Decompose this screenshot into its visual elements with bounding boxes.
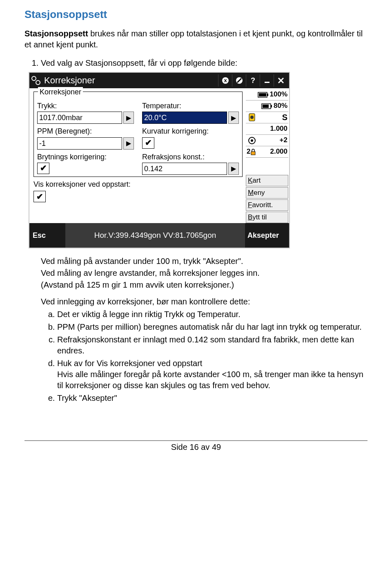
sub-e: Trykk "Aksepter" (57, 393, 368, 404)
temperatur-dropdown-icon[interactable]: ▶ (228, 112, 239, 124)
para-aksepter: Ved måling på avstander under 100 m, try… (41, 256, 368, 267)
bytt-button[interactable]: Bytt til (246, 212, 288, 223)
esc-button[interactable]: Esc (29, 223, 65, 248)
svg-point-18 (251, 139, 253, 142)
meny-button[interactable]: Meny (246, 187, 288, 199)
toolbar-close-icon[interactable] (274, 74, 287, 87)
svg-rect-6 (265, 82, 270, 83)
coords-readout: Hor.V:399.4349gon VV:81.7065gon (65, 223, 245, 248)
bytt-rest: ytt til (252, 213, 267, 221)
temperatur-input[interactable]: 20.0°C (142, 112, 227, 124)
prism-icon (247, 113, 257, 123)
side-panel: 100% 80% S 1.000 (245, 88, 289, 223)
footer-separator (24, 440, 368, 441)
toolbar-deny-icon[interactable] (232, 74, 246, 87)
para-avstand: (Avstand på 125 m gir 1 mm avvik uten ko… (41, 279, 368, 291)
temperatur-label: Temperatur: (142, 101, 239, 111)
battery-80-text: 80% (274, 101, 287, 111)
battery-100-row: 100% (246, 89, 288, 101)
vis-checkbox[interactable]: ✔ (33, 191, 46, 202)
two-row: 2 2.000 (246, 146, 288, 158)
fieldset-legend: Korreksjoner (38, 87, 83, 97)
two-value: 2.000 (270, 147, 287, 156)
toolbar-help-icon[interactable]: ? (246, 74, 260, 87)
kurvatur-label: Kurvatur korrigering: (142, 126, 239, 136)
plus2-row: +2 (246, 135, 288, 146)
lock-icon (250, 149, 256, 155)
sub-b: PPM (Parts per million) beregnes automat… (57, 322, 368, 333)
para-lengre: Ved måling av lengre avstander, må korre… (41, 268, 368, 279)
page-heading: Stasjonsoppsett (24, 8, 368, 21)
ppm-input[interactable]: -1 (37, 137, 122, 150)
s-value-row: 1.000 (246, 123, 288, 135)
brytning-checkbox[interactable]: ✔ (37, 163, 49, 174)
aksepter-button[interactable]: Aksepter (245, 223, 289, 248)
titlebar-title: Korreksjoner (44, 74, 218, 87)
s-value: 1.000 (270, 124, 287, 134)
s-label: S (282, 112, 287, 123)
svg-point-1 (36, 80, 40, 85)
kurvatur-checkbox[interactable]: ✔ (142, 137, 154, 149)
refraksjon-label: Refraksjons konst.: (142, 152, 239, 162)
vis-label: Vis korreksjoner ved oppstart: (33, 179, 243, 189)
battery-icon (258, 92, 269, 98)
screenshot-container: Korreksjoner x ? (29, 72, 290, 248)
sub-list: Det er viktig å legge inn riktig Trykk o… (41, 309, 368, 404)
sub-d: Huk av for Vis korreksjoner ved oppstart… (57, 358, 368, 391)
favoritt-button[interactable]: Favoritt. (246, 199, 288, 211)
page-footer: Side 16 av 49 (24, 443, 368, 452)
svg-rect-10 (267, 94, 268, 96)
gear-icon (247, 136, 256, 145)
trykk-label: Trykk: (37, 101, 134, 111)
toolbar-minimize-icon[interactable] (260, 74, 274, 87)
kart-button[interactable]: Kart (246, 175, 288, 186)
titlebar: Korreksjoner x ? (29, 73, 289, 88)
svg-rect-11 (259, 93, 266, 96)
s-row: S (246, 112, 288, 123)
plus2-text: +2 (280, 136, 287, 145)
corrections-fieldset: Korreksjoner Trykk: 1017.00mbar ▶ (33, 92, 243, 177)
sub-c: Refraksjonskonstant er innlagt med 0.142… (57, 334, 368, 356)
svg-point-16 (250, 116, 254, 119)
para-kontroller: Ved innlegging av korreksjoner, bør man … (41, 296, 368, 307)
intro-paragraph: Stasjonsoppsett brukes når man stiller o… (24, 28, 368, 50)
refraksjon-input[interactable]: 0.142 (142, 163, 227, 175)
brytning-label: Brytnings korrigering: (37, 152, 134, 162)
ppm-dropdown-icon[interactable]: ▶ (123, 137, 134, 150)
step-1-item: Ved valg av Stasjonsoppsett, får vi opp … (41, 58, 368, 404)
battery-icon (261, 103, 273, 109)
sub-a: Det er viktig å legge inn riktig Trykk o… (57, 309, 368, 320)
battery-100-text: 100% (270, 90, 287, 99)
svg-rect-14 (263, 105, 269, 108)
trykk-input[interactable]: 1017.00mbar (37, 112, 122, 124)
svg-point-0 (32, 76, 36, 80)
trykk-dropdown-icon[interactable]: ▶ (123, 112, 134, 124)
meny-rest: eny (254, 189, 265, 197)
toolbar-clear-icon[interactable]: x (218, 74, 232, 87)
step-1-text: Ved valg av Stasjonsoppsett, får vi opp … (41, 58, 237, 67)
refraksjon-dropdown-icon[interactable]: ▶ (228, 163, 239, 175)
battery-80-row: 80% (246, 101, 288, 112)
app-icon (31, 76, 41, 85)
fav-rest: avoritt. (252, 201, 273, 209)
svg-rect-19 (251, 152, 255, 155)
ppm-label: PPM (Beregnet): (37, 126, 134, 136)
svg-text:x: x (224, 77, 227, 83)
intro-bold: Stasjonsoppsett (24, 29, 88, 38)
kart-rest: art (252, 177, 261, 184)
svg-rect-13 (271, 105, 272, 107)
